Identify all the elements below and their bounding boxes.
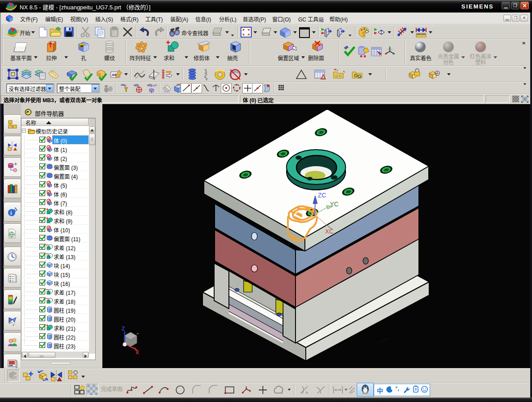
svg-text:XC: XC [325, 228, 334, 235]
svg-text:X: X [135, 349, 139, 356]
svg-text:YC: YC [330, 201, 338, 208]
svg-text:Z: Z [122, 326, 125, 332]
svg-text:ZC: ZC [318, 192, 326, 199]
